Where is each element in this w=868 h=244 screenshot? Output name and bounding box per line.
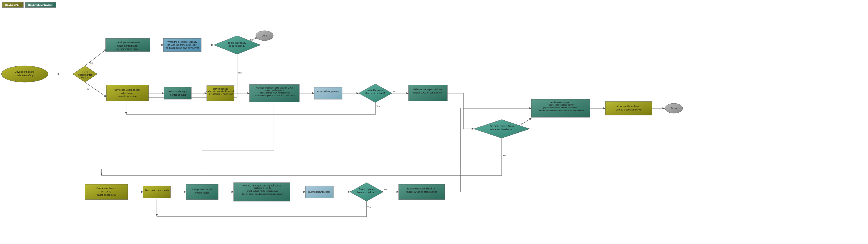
release-check-diamond-2: to be released? [229,44,245,47]
dev-commits-node-3: <developer name> [118,95,137,98]
trunk-check-diamond: Are there code in Trunk [490,125,514,127]
create-branch-node: Create new branch [96,187,116,190]
fix-code-node: Fix code in new branch [145,189,169,192]
bugworkflow1-node: Bugworkflow process [317,90,339,93]
flowchart: Yes No No Yes No Yes No Yes [0,0,868,244]
dev-set-node-2: - all mantis tasks to "Resolved" [207,90,235,92]
experimental-diamond-2: experimental [79,73,92,76]
rm-sets-tag2-node-2: - apply sql to test db [252,187,271,189]
rm-sets-tag-node-3: - check out rel_XXX on test server [259,92,290,94]
create-branch-node-2: rel_XXXa [101,190,111,193]
rm-stage-node-3: (if possible without distrupt production… [543,106,578,109]
failed-bugs1-diamond: Failed bugtests [367,89,383,92]
rm-checkout2-node-2: tag rel_XXXa on stage server [406,190,437,193]
svg-rect-63 [314,87,342,99]
rm-checkout2-node: Release manager check out [407,187,436,190]
rm-merges-node-2: merges to trunk [169,93,186,96]
start-node-2: code feature/bug [16,74,33,77]
trunk-check-diamond-2: that cannot be released? [489,128,515,131]
bugworkflow2-node: Bugworkflow process [308,190,330,193]
svg-line-2 [85,49,107,66]
merge-trunk-node-2: over to Trunk [195,191,209,194]
ready-check-node-2: he tags the branch exp_XXX [167,43,197,46]
rm-sets-tag-node-4: - inform developers that code is on test… [254,94,296,97]
svg-text:No: No [384,188,387,191]
rm-stage-node-2: - applies sql on stage server [548,103,574,106]
dev-commits-node-2: in his branch [121,92,134,95]
experimental-diamond: Is it an [82,71,88,73]
start-node: Developer plans to [15,70,35,73]
svg-text:No: No [522,122,525,125]
exp-branch-node: Developer creates new [116,41,140,44]
merge-trunk-node: Merge new branch [192,188,212,191]
done1-node: Done [262,34,268,37]
svg-text:Yes: Yes [376,105,380,108]
failed-bugs1-diamond-2: that must be fixed? [366,92,385,95]
svg-text:Yes: Yes [503,154,506,156]
failed-bugs2-diamond-2: that must be fixed? [357,191,376,194]
svg-text:No: No [393,90,396,92]
svg-rect-71 [143,186,170,198]
ready-check-node-3: and put it on his own dev server [166,47,199,49]
svg-text:Yes: Yes [238,71,242,74]
rm-stage-node-4: - informs product team that code is on s… [537,110,584,112]
experimental-diamond-3: feature? [81,76,89,79]
rm-sets-tag-node-2: - apply sql to test db [265,89,283,91]
checkout-sync-node: Check out branch and [617,105,640,108]
dev-commits-node: Developer Commits code [114,89,141,91]
svg-rect-60 [164,87,191,99]
rm-checkout1-node: Release manager check out [413,88,442,91]
svg-text:Yes: Yes [367,206,371,208]
rm-sets-tag2-node-3: - check out rel_XXXa on test server [246,190,278,192]
checkout-sync-node-2: sync to production server [616,108,642,111]
release-check-diamond: Is the code ready [228,41,246,44]
ready-check-node: When the developer is ready [167,40,197,43]
exp-branch-node-2: experimental branch [117,44,138,47]
create-branch-node-3: based on rel_XXX [97,193,116,196]
svg-text:No: No [250,39,253,41]
failed-bugs2-diamond: Failed bugtests [359,188,374,190]
exp-branch-node-3: exp_<developer name> [116,48,140,51]
rm-merges-node: Release manager [168,90,187,93]
done2-node: Done [671,107,677,110]
rm-sets-tag2-node-4: - inform developers that code is on test… [241,193,283,195]
svg-text:Yes: Yes [89,62,93,64]
svg-text:No: No [87,88,90,90]
dev-set-node-3: - pivotal tasks to "Delivered" [208,93,233,95]
rm-checkout1-node-2: tag rel_XXX on stage server [413,91,442,94]
